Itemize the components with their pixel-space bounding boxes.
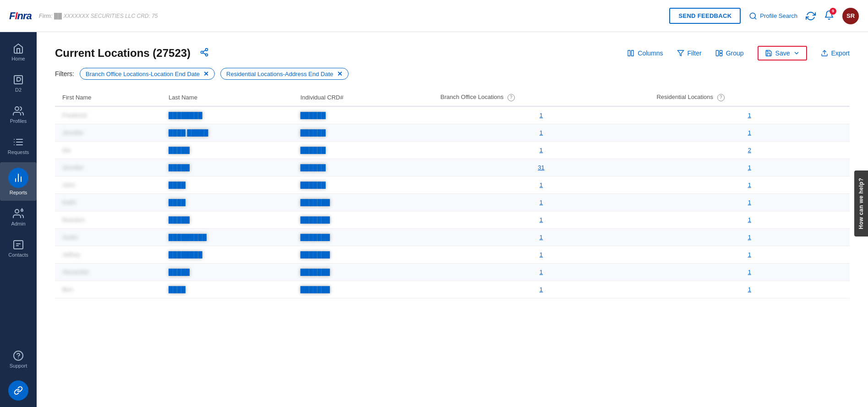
reports-fab: [8, 168, 28, 188]
sidebar-item-requests[interactable]: Requests: [0, 131, 37, 160]
cell-branch-locations[interactable]: 1: [433, 176, 649, 193]
sidebar-item-profiles[interactable]: Profiles: [0, 100, 37, 129]
cell-crd[interactable]: ██████: [293, 141, 433, 159]
table-row: Jennifer████ ███████████11: [55, 124, 850, 141]
cell-crd[interactable]: ██████: [293, 106, 433, 124]
main-content: Current Locations (27523) Columns: [37, 32, 868, 407]
filter-remove-residential[interactable]: ✕: [337, 70, 343, 77]
sidebar-label-reports: Reports: [10, 190, 27, 195]
export-icon: [821, 50, 828, 57]
cell-branch-locations[interactable]: 31: [433, 159, 649, 176]
cell-branch-locations[interactable]: 1: [433, 106, 649, 124]
cell-crd[interactable]: ███████: [293, 246, 433, 263]
export-button[interactable]: Export: [821, 50, 850, 57]
home-icon: [13, 43, 24, 54]
share-icon[interactable]: [200, 48, 209, 59]
cell-last-name[interactable]: ████████: [161, 246, 293, 263]
send-feedback-button[interactable]: SEND FEEDBACK: [669, 8, 741, 24]
sidebar-item-contacts[interactable]: Contacts: [0, 234, 37, 263]
cell-last-name[interactable]: █████: [161, 141, 293, 159]
table-row: Justin████████████████11: [55, 228, 850, 246]
cell-residential-locations[interactable]: 1: [649, 124, 850, 141]
cell-last-name[interactable]: ████: [161, 193, 293, 211]
user-avatar[interactable]: SR: [842, 8, 859, 24]
cell-residential-locations[interactable]: 1: [649, 106, 850, 124]
header-actions: SEND FEEDBACK Profile Search 9 SR: [669, 8, 859, 24]
sidebar-label-d2: D2: [15, 87, 22, 93]
save-button-wrapper[interactable]: Save: [758, 46, 807, 60]
link-fab-button[interactable]: [8, 380, 28, 401]
cell-last-name[interactable]: █████: [161, 211, 293, 228]
d2-icon: [13, 74, 24, 85]
cell-crd[interactable]: ███████: [293, 228, 433, 246]
cell-crd[interactable]: ██████: [293, 176, 433, 193]
sidebar-item-reports[interactable]: Reports: [0, 162, 37, 201]
chevron-down-icon: [793, 50, 800, 56]
cell-last-name[interactable]: █████: [161, 263, 293, 280]
cell-last-name[interactable]: █████: [161, 159, 293, 176]
cell-branch-locations[interactable]: 1: [433, 211, 649, 228]
cell-first-name: Justin: [55, 228, 161, 246]
cell-crd[interactable]: ██████: [293, 124, 433, 141]
svg-rect-28: [720, 50, 722, 53]
table-row: Ben███████████11: [55, 280, 850, 298]
page-title: Current Locations (27523): [55, 47, 191, 60]
cell-crd[interactable]: ███████: [293, 280, 433, 298]
sidebar-label-contacts: Contacts: [8, 252, 28, 258]
cell-last-name[interactable]: █████████: [161, 228, 293, 246]
cell-branch-locations[interactable]: 1: [433, 280, 649, 298]
cell-last-name[interactable]: ████ █████: [161, 124, 293, 141]
cell-residential-locations[interactable]: 1: [649, 280, 850, 298]
table-row: Ida███████████12: [55, 141, 850, 159]
filter-icon: [677, 50, 684, 57]
filter-chip-residential[interactable]: Residential Locations-Address End Date ✕: [220, 68, 348, 80]
filter-chip-branch[interactable]: Branch Office Locations-Location End Dat…: [80, 68, 215, 80]
cell-crd[interactable]: ███████: [293, 211, 433, 228]
cell-crd[interactable]: ██████: [293, 159, 433, 176]
sidebar-item-home[interactable]: Home: [0, 38, 37, 67]
refresh-icon-btn[interactable]: [806, 11, 816, 21]
cell-branch-locations[interactable]: 1: [433, 228, 649, 246]
col-residential-locations: Residential Locations ?: [649, 89, 850, 106]
profile-search-link[interactable]: Profile Search: [749, 12, 797, 20]
cell-residential-locations[interactable]: 1: [649, 159, 850, 176]
support-icon: [13, 350, 24, 361]
filter-remove-branch[interactable]: ✕: [203, 70, 209, 77]
cell-first-name: Jeffrey: [55, 246, 161, 263]
cell-residential-locations[interactable]: 1: [649, 263, 850, 280]
table-row: Jeffrey███████████████11: [55, 246, 850, 263]
cell-branch-locations[interactable]: 1: [433, 124, 649, 141]
cell-crd[interactable]: ███████: [293, 263, 433, 280]
cell-branch-locations[interactable]: 1: [433, 193, 649, 211]
cell-residential-locations[interactable]: 2: [649, 141, 850, 159]
cell-first-name: Frederick: [55, 106, 161, 124]
cell-residential-locations[interactable]: 1: [649, 211, 850, 228]
sidebar-item-admin[interactable]: Admin: [0, 203, 37, 232]
notification-bell[interactable]: 9: [824, 10, 834, 22]
help-tab[interactable]: How can we help?: [854, 170, 868, 236]
filter-button[interactable]: Filter: [677, 50, 702, 57]
cell-crd[interactable]: ███████: [293, 193, 433, 211]
cell-last-name[interactable]: ████: [161, 176, 293, 193]
cell-branch-locations[interactable]: 1: [433, 263, 649, 280]
svg-marker-26: [677, 50, 683, 56]
sidebar-label-home: Home: [11, 56, 25, 61]
cell-residential-locations[interactable]: 1: [649, 176, 850, 193]
columns-button[interactable]: Columns: [627, 50, 663, 57]
residential-info-icon[interactable]: ?: [717, 94, 725, 101]
group-button[interactable]: Group: [715, 50, 744, 57]
sidebar-item-support[interactable]: Support: [0, 345, 37, 374]
sidebar-item-d2[interactable]: D2: [0, 69, 37, 98]
notification-badge: 9: [830, 8, 836, 15]
cell-last-name[interactable]: ████████: [161, 106, 293, 124]
cell-first-name: Ben: [55, 280, 161, 298]
cell-last-name[interactable]: ████: [161, 280, 293, 298]
svg-rect-2: [14, 76, 22, 84]
cell-branch-locations[interactable]: 1: [433, 246, 649, 263]
cell-residential-locations[interactable]: 1: [649, 246, 850, 263]
cell-residential-locations[interactable]: 1: [649, 228, 850, 246]
page-header: Current Locations (27523) Columns: [55, 46, 850, 60]
cell-residential-locations[interactable]: 1: [649, 193, 850, 211]
branch-info-icon[interactable]: ?: [508, 94, 515, 101]
cell-branch-locations[interactable]: 1: [433, 141, 649, 159]
